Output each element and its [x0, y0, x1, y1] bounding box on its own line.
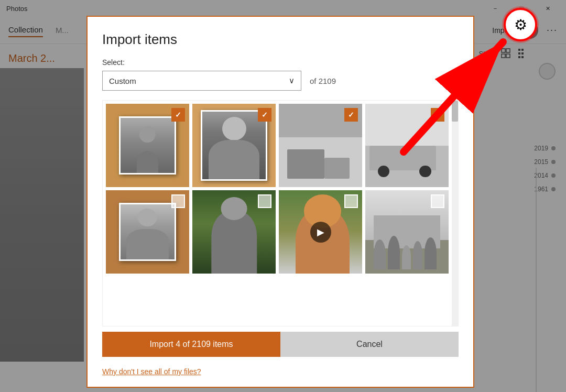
- select-row: Custom ∨ of 2109: [102, 71, 459, 91]
- why-link[interactable]: Why don't I see all of my files?: [102, 367, 201, 376]
- gear-icon: ⚙: [514, 16, 527, 34]
- video-play-button[interactable]: ▶: [310, 222, 331, 243]
- custom-select-dropdown[interactable]: Custom ∨: [102, 71, 301, 91]
- gear-icon-highlight: ⚙: [504, 8, 537, 41]
- photos-grid-wrapper: ▶: [102, 100, 459, 326]
- footer-buttons: Import 4 of 2109 items Cancel: [102, 332, 459, 357]
- dialog-title: Import items: [102, 31, 459, 48]
- of-count: of 2109: [310, 77, 336, 85]
- import-action-button[interactable]: Import 4 of 2109 items: [102, 332, 280, 357]
- photo-item-1[interactable]: [106, 104, 189, 187]
- photo-checkbox-8[interactable]: [431, 194, 444, 208]
- photo-item-8[interactable]: [365, 190, 449, 274]
- select-label: Select:: [102, 58, 459, 67]
- photo-item-4[interactable]: [365, 104, 449, 187]
- import-dialog: Import items Select: Custom ∨ of 2109: [86, 16, 474, 388]
- scrollbar-track[interactable]: [452, 101, 458, 326]
- select-value: Custom: [109, 77, 136, 85]
- photo-checkbox-5[interactable]: [171, 194, 185, 208]
- photo-item-6[interactable]: [192, 190, 276, 274]
- photos-grid: ▶: [103, 101, 458, 277]
- chevron-down-icon: ∨: [289, 76, 295, 85]
- photo-item-2[interactable]: [192, 104, 276, 187]
- dialog-footer: Import 4 of 2109 items Cancel Why don't …: [102, 332, 459, 376]
- photo-checkbox-7[interactable]: [344, 194, 358, 208]
- photo-checkbox-4[interactable]: [431, 108, 444, 122]
- photo-checkbox-6[interactable]: [258, 194, 271, 208]
- photo-checkbox-2[interactable]: [258, 108, 271, 122]
- scrollbar-thumb[interactable]: [452, 101, 458, 122]
- cancel-button[interactable]: Cancel: [280, 332, 459, 357]
- photo-checkbox-1[interactable]: [171, 108, 185, 122]
- photo-item-7[interactable]: ▶: [279, 190, 362, 274]
- photo-item-3[interactable]: [279, 104, 362, 187]
- photo-item-5[interactable]: [106, 190, 189, 274]
- photo-checkbox-3[interactable]: [344, 108, 358, 122]
